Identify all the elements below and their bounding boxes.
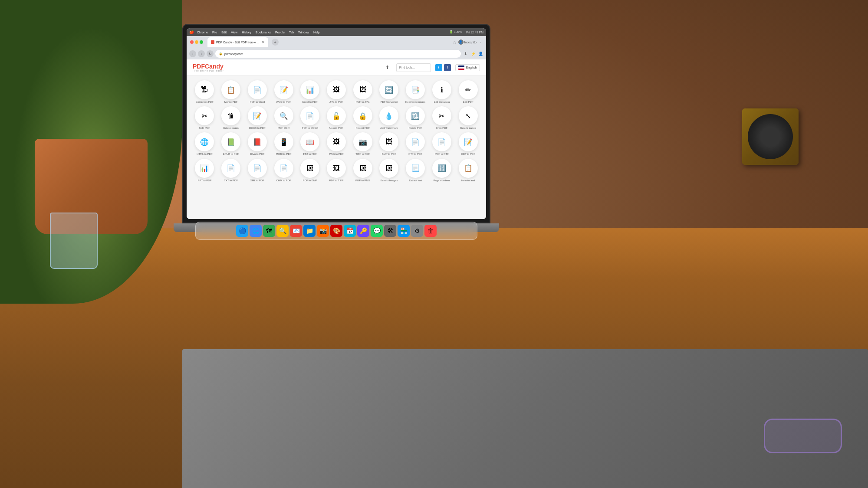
download-icon[interactable]: ⬇ <box>463 51 469 57</box>
tool-item-tiff-to-pdf[interactable]: 📷TIFF to PDF <box>351 132 375 156</box>
dock-item-0[interactable]: 🔵 <box>236 225 248 237</box>
tab-title: PDF Candy - Edit PDF free ∞ ... <box>216 41 259 44</box>
tool-item-txt-to-pdf[interactable]: 📄TXT to PDF <box>219 159 243 182</box>
profile-icon[interactable]: 👤 <box>477 51 483 57</box>
tool-item-merge-pdf[interactable]: 📋Merge PDF <box>219 80 243 104</box>
dock-item-4[interactable]: 📧 <box>290 225 302 237</box>
tool-item-html-to-pdf[interactable]: 🌐HTML to PDF <box>193 132 217 156</box>
tool-item-xml-to-pdf[interactable]: 📄XML to PDF <box>245 159 269 182</box>
dock-item-10[interactable]: 💬 <box>371 225 383 237</box>
tool-item-excel-to-pdf[interactable]: 📊Excel to PDF <box>298 80 322 104</box>
tool-label-16: Unlock PDF <box>329 127 343 130</box>
dock-item-14[interactable]: 🗑 <box>424 225 437 237</box>
tool-item-compress-pdf[interactable]: 🗜Compress PDF <box>193 80 217 104</box>
tool-item-epub-to-pdf[interactable]: 📗EPUB to PDF <box>219 132 243 156</box>
menu-chrome[interactable]: Chrome <box>196 31 209 34</box>
tool-item-mobi-to-pdf[interactable]: 📱MOBI to PDF <box>272 132 296 156</box>
language-selector[interactable]: English <box>455 64 480 71</box>
tool-item-bmp-to-pdf[interactable]: 🖼BMP to PDF <box>377 132 401 156</box>
tool-label-30: RTF to PDF <box>408 153 422 156</box>
tab-close-button[interactable]: ✕ <box>262 40 265 44</box>
tool-icon-30: 📄 <box>406 132 425 151</box>
refresh-button[interactable]: ↻ <box>207 50 214 57</box>
apple-menu-icon[interactable]: 🍎 <box>189 30 194 34</box>
dock-item-1[interactable]: 🌐 <box>250 225 262 237</box>
menu-tab[interactable]: Tab <box>288 31 295 34</box>
tool-item-rearrange-pages[interactable]: 📑Rearrange pages <box>404 80 427 104</box>
tool-item-odt-to-pdf[interactable]: 📝ODT to PDF <box>456 132 480 156</box>
tool-item-chm-to-pdf[interactable]: 📄CHM to PDF <box>272 159 296 182</box>
browser-tab-pdfcandy[interactable]: PDF Candy - Edit PDF free ∞ ... ✕ <box>207 37 268 47</box>
tool-item-protect-pdf[interactable]: 🔒Protect PDF <box>351 106 375 130</box>
tool-item-fb2-to-pdf[interactable]: 📖FB2 to PDF <box>298 132 322 156</box>
tool-item-add-watermark[interactable]: 💧Add watermark <box>377 106 401 130</box>
tool-item-crop-pdf[interactable]: ✂Crop PDF <box>430 106 454 130</box>
tool-item-pdf-ocr[interactable]: 🔍PDF OCR <box>272 106 296 130</box>
tool-item-split-pdf[interactable]: ✂Split PDF <box>193 106 217 130</box>
tool-item-pdf-converter[interactable]: 🔄PDF Converter <box>377 80 401 104</box>
tool-item-unlock-pdf[interactable]: 🔓Unlock PDF <box>325 106 349 130</box>
tool-item-rotate-pdf[interactable]: 🔃Rotate PDF <box>404 106 427 130</box>
menu-history[interactable]: History <box>240 31 253 34</box>
tool-label-19: Rotate PDF <box>408 127 422 130</box>
tool-label-35: XML to PDF <box>250 179 264 182</box>
forward-button[interactable]: › <box>198 50 205 57</box>
fullscreen-window-button[interactable] <box>200 40 203 44</box>
tool-icon-8: 📑 <box>406 80 425 99</box>
tool-item-resize-pages[interactable]: ⤡Resize pages <box>456 106 480 130</box>
twitter-icon[interactable]: t <box>435 64 442 71</box>
tool-label-26: FB2 to PDF <box>303 153 317 156</box>
tool-item-docx-to-pdf[interactable]: 📝DOCX to PDF <box>245 106 269 130</box>
tool-item-delete-pages[interactable]: 🗑Delete pages <box>219 106 243 130</box>
menu-people[interactable]: People <box>274 31 286 34</box>
menu-file[interactable]: File <box>211 31 218 34</box>
menu-edit[interactable]: Edit <box>220 31 228 34</box>
dock-item-3[interactable]: 🔍 <box>276 225 289 237</box>
minimize-window-button[interactable] <box>195 40 198 44</box>
facebook-icon[interactable]: f <box>444 64 451 71</box>
menu-window[interactable]: Window <box>297 31 310 34</box>
bookmark-star-icon[interactable]: ☆ <box>453 40 457 45</box>
tool-item-pdf-to-tiff[interactable]: 🖼PDF to TIFF <box>325 159 349 182</box>
dock-item-11[interactable]: 🛠 <box>384 225 396 237</box>
tool-label-25: MOBI to PDF <box>276 153 292 156</box>
tool-item-extract-images[interactable]: 🖼Extract Images <box>377 159 401 182</box>
tool-item-ppt-to-pdf[interactable]: 📊PPT to PDF <box>193 159 217 182</box>
search-input[interactable] <box>396 63 431 72</box>
dock-item-7[interactable]: 🎨 <box>330 225 342 237</box>
tool-item-pdf-to-word[interactable]: 📄PDF to Word <box>245 80 269 104</box>
tool-item-header-and[interactable]: 📋Header and <box>456 159 480 182</box>
extensions-icon[interactable]: ⚡ <box>470 51 476 57</box>
upload-button[interactable]: ⬆ <box>383 63 392 72</box>
tool-item-pdf-to-png[interactable]: 🖼PDF to PNG <box>351 159 375 182</box>
back-button[interactable]: ‹ <box>189 50 196 57</box>
tool-item-pdf-to-jpg[interactable]: 🖼PDF to JPG <box>351 80 375 104</box>
dock-item-8[interactable]: 📅 <box>344 225 356 237</box>
address-bar[interactable]: 🔒 pdfcandy.com <box>215 50 461 58</box>
dock-item-9[interactable]: 🔑 <box>357 225 369 237</box>
tool-item-word-to-pdf[interactable]: 📝Word to PDF <box>272 80 296 104</box>
new-tab-button[interactable]: + <box>272 39 279 46</box>
menu-view[interactable]: View <box>230 31 239 34</box>
tool-item-rtf-to-pdf[interactable]: 📄RTF to PDF <box>404 132 427 156</box>
dock-item-6[interactable]: 📸 <box>317 225 329 237</box>
tool-item-png-to-pdf[interactable]: 🖼PNG to PDF <box>325 132 349 156</box>
tool-item-extract-text[interactable]: 📃Extract text <box>404 159 427 182</box>
dock-item-12[interactable]: 🏪 <box>398 225 410 237</box>
tool-icon-16: 🔓 <box>327 106 346 125</box>
tool-item-edit-metadata[interactable]: ℹEdit metadata <box>430 80 454 104</box>
dock-item-2[interactable]: 🗺 <box>263 225 275 237</box>
menu-bookmarks[interactable]: Bookmarks <box>254 31 272 34</box>
menu-help[interactable]: Help <box>312 31 321 34</box>
tool-item-pdf-to-docx[interactable]: 📄PDF to DOCX <box>298 106 322 130</box>
close-window-button[interactable] <box>190 40 194 44</box>
tool-item-edit-pdf[interactable]: ✏Edit PDF <box>456 80 480 104</box>
tool-item-djvu-to-pdf[interactable]: 📕DjVu to PDF <box>245 132 269 156</box>
dock-item-13[interactable]: ⚙ <box>411 225 423 237</box>
tool-item-pdf-to-rtf[interactable]: 📄PDF to RTF <box>430 132 454 156</box>
tool-item-pdf-to-bmp[interactable]: 🖼PDF to BMP <box>298 159 322 182</box>
chrome-menu-button[interactable]: ⋮ <box>478 40 483 45</box>
tool-item-page-numbers[interactable]: 🔢Page numbers <box>430 159 454 182</box>
dock-item-5[interactable]: 📁 <box>303 225 316 237</box>
tool-item-jpg-to-pdf[interactable]: 🖼JPG to PDF <box>325 80 349 104</box>
